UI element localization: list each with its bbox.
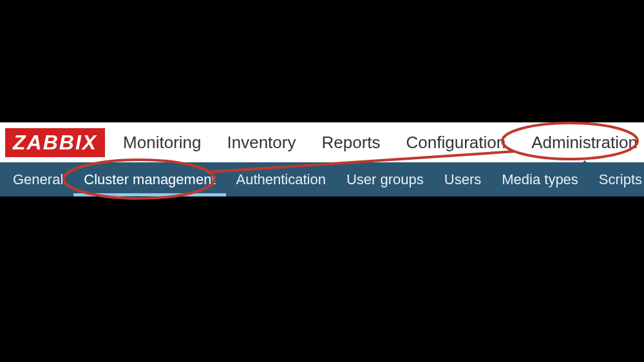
submenu-item-media-types[interactable]: Media types	[491, 162, 589, 196]
mainmenu-item-configuration[interactable]: Configuration	[406, 133, 506, 153]
stage: ZABBIX MonitoringInventoryReportsConfigu…	[0, 0, 644, 362]
mainmenu-item-administration[interactable]: Administration	[531, 133, 638, 153]
main-menu: MonitoringInventoryReportsConfigurationA…	[123, 133, 638, 153]
logo[interactable]: ZABBIX	[5, 128, 105, 157]
mainmenu-item-monitoring[interactable]: Monitoring	[123, 133, 201, 153]
top-nav: ZABBIX MonitoringInventoryReportsConfigu…	[0, 122, 644, 162]
submenu-item-authentication[interactable]: Authentication	[226, 162, 336, 196]
mainmenu-item-inventory[interactable]: Inventory	[227, 133, 296, 153]
submenu-item-users[interactable]: Users	[434, 162, 491, 196]
sub-nav: GeneralCluster managementAuthenticationU…	[0, 162, 644, 196]
submenu-item-user-groups[interactable]: User groups	[336, 162, 434, 196]
submenu-item-scripts[interactable]: Scripts	[589, 162, 644, 196]
mainmenu-item-reports[interactable]: Reports	[321, 133, 380, 153]
submenu-item-cluster-management[interactable]: Cluster management	[73, 162, 225, 196]
submenu-item-general[interactable]: General	[3, 162, 73, 196]
